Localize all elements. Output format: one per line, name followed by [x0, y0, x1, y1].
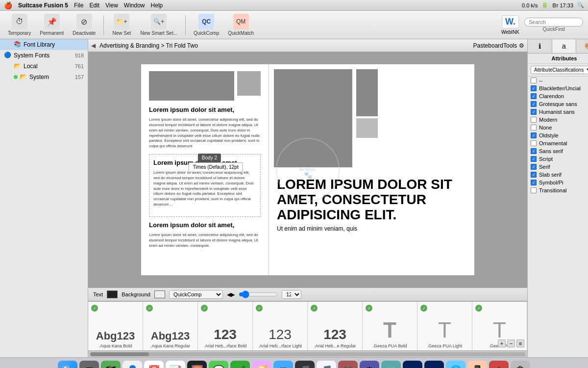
deactivate-button[interactable]: ⊘ Deactivate: [70, 12, 98, 38]
quickmatch-button[interactable]: QM QuickMatch: [225, 12, 257, 38]
attr-item-grotesque-sans[interactable]: Grotesque sans: [528, 100, 588, 108]
panel-tab-info[interactable]: ℹ: [528, 39, 552, 53]
attr-checkbox-10[interactable]: [531, 156, 537, 162]
attr-label-7: Oldstyle: [539, 132, 559, 138]
attr-checkbox-7[interactable]: [531, 132, 537, 138]
attr-checkbox-1[interactable]: [531, 85, 537, 91]
apple-menu[interactable]: 🍎: [4, 1, 12, 9]
dock-app1[interactable]: 🎮: [338, 361, 358, 368]
dock-app3[interactable]: 🛒: [381, 361, 401, 368]
attr-checkbox-14[interactable]: [531, 187, 537, 193]
text-color-swatch[interactable]: [107, 290, 118, 298]
dock-finder[interactable]: 🔍: [58, 361, 77, 368]
attr-checkbox-11[interactable]: [531, 164, 537, 170]
attr-item-sans-serif[interactable]: Sans serif: [528, 147, 588, 155]
attr-item-blackletter-uncial[interactable]: Blackletter/Uncial: [528, 84, 588, 92]
attr-item-humanist-sans[interactable]: Humanist sans: [528, 108, 588, 116]
doc-main-image: CONFIDENTIAL MATERIAL 🐾: [274, 69, 352, 167]
new-smart-set-button[interactable]: 🔍+ New Smart Set...: [137, 12, 180, 38]
dock-browser[interactable]: 🌐: [446, 361, 466, 368]
dock-calendar[interactable]: 📅: [144, 361, 164, 368]
font-thumb-arial-heb-bold[interactable]: ✓ 123 .Arial Heb...rface Bold: [198, 302, 253, 350]
strip-remove-button[interactable]: −: [507, 340, 515, 347]
font-active-badge-5: ✓: [366, 305, 372, 312]
font-thumb-aqua-kana-bold[interactable]: ✓ Abg123 .Aqua Kana Bold: [88, 302, 143, 350]
font-thumb-geeza-pua-light[interactable]: ✓ T .Geeza PUA Light: [417, 302, 472, 350]
attr-checkbox-3[interactable]: [531, 101, 537, 107]
attr-item-none[interactable]: None: [528, 124, 588, 131]
attr-checkbox-4[interactable]: [531, 109, 537, 115]
scrollbar-thumb[interactable]: [90, 352, 149, 356]
sidebar-item-local[interactable]: 📂 Local 761: [0, 61, 88, 72]
dock-maps[interactable]: 🗺: [101, 361, 121, 368]
dock-trash[interactable]: 🗑: [511, 361, 530, 368]
attr-checkbox-8[interactable]: [531, 140, 537, 146]
dock-mail[interactable]: ✉: [273, 361, 293, 368]
quickfind-input[interactable]: [524, 18, 583, 26]
attr-item-ornamental[interactable]: Ornamental: [528, 139, 588, 147]
background-color-swatch[interactable]: [154, 290, 165, 298]
temporary-button[interactable]: ⏱ Temporary: [5, 12, 34, 38]
dock-music[interactable]: 🎵: [295, 361, 315, 368]
dock-app2[interactable]: ⚙: [360, 361, 379, 368]
menu-help[interactable]: Help: [151, 2, 163, 9]
attr-item-symbol-pi[interactable]: Symbol/Pi: [528, 179, 588, 186]
attr-item---[interactable]: --: [528, 77, 588, 84]
dock-app4[interactable]: 📱: [467, 361, 487, 368]
right-panel: ℹ a 🎨 Attributes AttributeClassification…: [527, 39, 588, 357]
font-thumb-arial-heb-light[interactable]: ✓ 123 .Arial Heb...rface Light: [253, 302, 308, 350]
attr-item-script[interactable]: Script: [528, 155, 588, 163]
attribute-classifications-select[interactable]: AttributeClassifications: [531, 66, 588, 74]
dock-contacts[interactable]: 👤: [122, 361, 142, 368]
menu-view[interactable]: View: [105, 2, 118, 9]
nav-back-button[interactable]: ◀: [91, 42, 96, 49]
dock-lightroom[interactable]: Lr: [424, 361, 444, 368]
webink-button[interactable]: W. WebINK: [501, 15, 519, 35]
magnifier-icon[interactable]: 🔍: [577, 2, 584, 8]
attr-checkbox-12[interactable]: [531, 172, 537, 178]
new-set-button[interactable]: 📁+ New Set: [109, 12, 134, 38]
dock-launchpad[interactable]: ⊞: [79, 361, 99, 368]
size-select[interactable]: 12: [282, 290, 301, 299]
font-thumb-arial-heb-regular[interactable]: ✓ 123 .Arial Heb...e Regular: [308, 302, 363, 350]
strip-add-button[interactable]: +: [498, 340, 506, 347]
attr-item-clarendon[interactable]: Clarendon: [528, 92, 588, 100]
attr-checkbox-5[interactable]: [531, 117, 537, 123]
dock-app5[interactable]: ⚠: [489, 361, 509, 368]
gear-icon[interactable]: ⚙: [519, 42, 524, 49]
strip-options-button[interactable]: ≡: [516, 340, 524, 347]
font-thumb-geeza-pua-bold[interactable]: ✓ T .Geeza PUA Bold: [363, 302, 417, 350]
doc-right-top: CONFIDENTIAL MATERIAL 🐾: [269, 64, 474, 172]
sidebar-item-font-library[interactable]: 📚 Font Library: [0, 39, 88, 50]
panel-tab-attributes[interactable]: a: [552, 39, 577, 53]
sidebar-item-system-fonts[interactable]: 🔵 System Fonts 918: [0, 50, 88, 61]
attr-checkbox-9[interactable]: [531, 148, 537, 154]
font-thumb-aqua-kana-regular[interactable]: ✓ Abg123 .Aqua Kana Regular: [143, 302, 198, 350]
attr-item-slab-serif[interactable]: Slab serif: [528, 171, 588, 179]
horizontal-scrollbar[interactable]: [88, 350, 527, 357]
size-slider[interactable]: [239, 290, 278, 298]
dock-safari[interactable]: 🧭: [252, 361, 271, 368]
attr-item-modern[interactable]: Modern: [528, 116, 588, 124]
panel-tab-colors[interactable]: 🎨: [576, 39, 588, 53]
dock-itunes[interactable]: 🎵: [317, 361, 336, 368]
permanent-button[interactable]: 📌 Permanent: [37, 12, 67, 38]
attr-item-transitional[interactable]: Transitional: [528, 186, 588, 194]
dock-messages[interactable]: 💬: [209, 361, 228, 368]
dock-photoshop[interactable]: Ps: [403, 361, 422, 368]
attr-item-oldstyle[interactable]: Oldstyle: [528, 131, 588, 139]
attr-checkbox-2[interactable]: [531, 93, 537, 99]
menu-edit[interactable]: Edit: [89, 2, 99, 9]
menu-file[interactable]: File: [74, 2, 83, 9]
quickcomp-button[interactable]: QC QuickComp: [191, 12, 222, 38]
dock-facetime[interactable]: 📹: [230, 361, 250, 368]
attr-checkbox-0[interactable]: [531, 78, 537, 83]
sidebar-item-system[interactable]: 📂 System 157: [0, 72, 88, 82]
attr-checkbox-6[interactable]: [531, 125, 537, 131]
attr-item-serif[interactable]: Serif: [528, 163, 588, 171]
quickcomp-select[interactable]: QuickComp: [169, 290, 223, 299]
menu-window[interactable]: Window: [124, 2, 145, 9]
attr-checkbox-13[interactable]: [531, 180, 537, 185]
dock-reminders[interactable]: 📝: [166, 361, 185, 368]
dock-photos[interactable]: 🌄: [187, 361, 207, 368]
